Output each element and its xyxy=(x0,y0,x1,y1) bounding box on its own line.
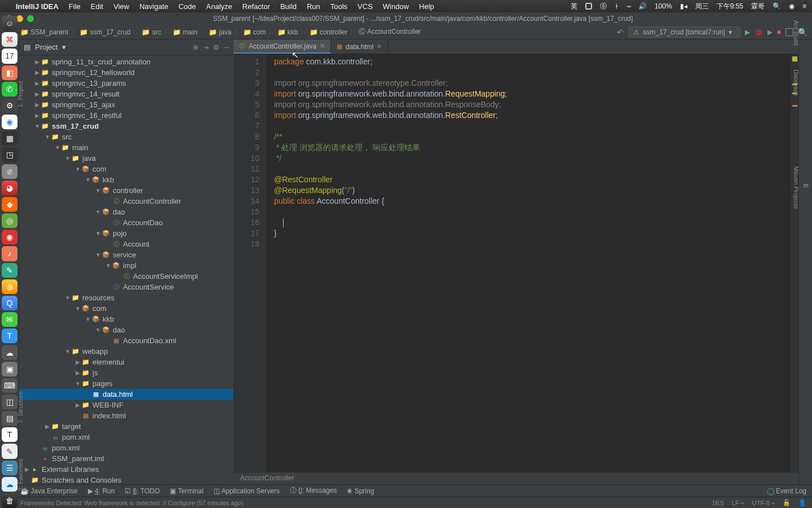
tree-row[interactable]: mpom.xml xyxy=(19,432,233,443)
tool-tab-run[interactable]: ▶ 4: Run xyxy=(88,487,115,495)
volume-icon[interactable]: 🔊 xyxy=(638,2,647,10)
tab-accountcontroller[interactable]: Ⓒ AccountController.java ✕ xyxy=(233,40,331,54)
crumb[interactable]: 📁 ssm_17_crud xyxy=(80,28,130,36)
collapse-icon[interactable]: ⇥ xyxy=(203,43,209,51)
tree-row[interactable]: ▶📁target xyxy=(19,421,233,432)
window-close-button[interactable] xyxy=(6,15,12,22)
run-config-selector[interactable]: ⚠ ssm_17_crud [tomcat7:run] ▾ xyxy=(628,27,740,38)
tree-row[interactable]: ▼📦impl xyxy=(19,260,233,271)
tree-row[interactable]: ▶📁springmvc_12_helloworld xyxy=(19,67,233,78)
tree-row[interactable]: ▶📁springmvc_15_ajax xyxy=(19,99,233,110)
notifications-icon[interactable]: ≡ xyxy=(802,2,806,10)
tree-row[interactable]: 📁Scratches and Consoles xyxy=(19,475,233,484)
crumb[interactable]: 📁 kkb xyxy=(277,28,298,36)
tool-structure[interactable]: 7: Structure xyxy=(17,391,24,423)
tree-row[interactable]: ▼📁src xyxy=(19,132,233,142)
tree-row[interactable]: ▶📁springmvc_16_restful xyxy=(19,110,233,121)
tool-database[interactable]: Database xyxy=(793,69,800,96)
crumb[interactable]: 📁 main xyxy=(173,28,197,36)
layout-button[interactable] xyxy=(785,28,793,36)
menu-build[interactable]: Build xyxy=(280,2,297,11)
tool-favorites[interactable]: 2: Favorites xyxy=(17,459,24,491)
event-log-button[interactable]: ◯ Event Log xyxy=(767,487,806,495)
menu-navigate[interactable]: Navigate xyxy=(139,2,168,11)
tab-datahtml[interactable]: ▦ data.html ✕ xyxy=(331,40,388,54)
encoding[interactable]: UTF-8 ÷ xyxy=(752,500,775,506)
window-minimize-button[interactable] xyxy=(16,15,23,22)
inspector-icon[interactable]: 👤 xyxy=(798,499,806,506)
tree-row[interactable]: ▶📁WEB-INF xyxy=(19,400,233,410)
tree-row[interactable]: ⒾAccountDao xyxy=(19,217,233,228)
tree-row[interactable]: ⒾAccountService xyxy=(19,282,233,292)
crumb[interactable]: 📁 src xyxy=(142,28,161,36)
back-icon[interactable]: ↶ xyxy=(617,28,624,37)
tree-row[interactable]: ▼📁ssm_17_crud xyxy=(19,121,233,132)
siri-icon[interactable]: ◉ xyxy=(789,2,795,10)
tool-tab-appservers[interactable]: ◫ Application Servers xyxy=(214,487,280,495)
menu-run[interactable]: Run xyxy=(307,2,320,11)
menu-file[interactable]: File xyxy=(69,2,81,11)
run-button[interactable]: ▶ xyxy=(745,28,750,36)
tool-tab-spring[interactable]: ❀ Spring xyxy=(347,487,374,495)
tool-tab[interactable]: ☕ Java Enterprise xyxy=(20,487,78,495)
analysis-status-icon[interactable] xyxy=(792,56,797,62)
project-view-icon[interactable]: ▤ xyxy=(24,43,30,51)
tree-row[interactable]: ⒸAccountController xyxy=(19,196,233,207)
menu-vcs[interactable]: VCS xyxy=(358,2,373,11)
tree-row[interactable]: ▦AccountDao.xml xyxy=(19,335,233,346)
user-text[interactable]: 霖哥 xyxy=(751,2,765,11)
tree-row[interactable]: ▼📦dao xyxy=(19,325,233,335)
skype-icon[interactable]: ⓢ xyxy=(600,2,607,11)
menu-code[interactable]: Code xyxy=(178,2,196,11)
tree-row[interactable]: ⒸAccountServiceImpl xyxy=(19,271,233,282)
debug-button[interactable]: 🐞 xyxy=(754,28,763,36)
status-message[interactable]: Frameworks Detected: Web framework is de… xyxy=(20,500,243,506)
locate-icon[interactable]: ⊕ xyxy=(193,43,198,51)
coverage-button[interactable]: ▶ xyxy=(767,28,773,36)
tree-row[interactable]: ▼📁pages xyxy=(19,378,233,389)
menu-edit[interactable]: Edit xyxy=(91,2,103,11)
project-title[interactable]: Project xyxy=(35,43,58,51)
stop-button[interactable]: ■ xyxy=(777,28,781,36)
tool-maven[interactable]: Maven Projects xyxy=(793,166,800,209)
tree-row[interactable]: ▼📁java xyxy=(19,153,233,164)
tree-row[interactable]: ▦data.html xyxy=(19,389,233,400)
error-stripe[interactable] xyxy=(791,54,798,472)
tree-row[interactable]: ▶▸External Libraries xyxy=(19,464,233,475)
menubar-app-name[interactable]: IntelliJ IDEA xyxy=(16,2,59,11)
bluetooth-icon[interactable]: ᚼ xyxy=(615,2,619,10)
spotlight-icon[interactable]: 🔍 xyxy=(773,2,781,10)
tree-row[interactable]: ▶📁elementui xyxy=(19,357,233,367)
tree-row[interactable]: ▼📦service xyxy=(19,249,233,260)
wifi-icon[interactable]: ◦◦◦ xyxy=(626,2,630,10)
project-tree[interactable]: ▶📁spring_11_tx_crud_annotation▶📁springmv… xyxy=(19,55,233,484)
menu-tools[interactable]: Tools xyxy=(330,2,347,11)
grid-icon[interactable] xyxy=(585,3,592,10)
warning-mark[interactable] xyxy=(792,105,797,107)
chevron-down-icon[interactable]: ▾ xyxy=(62,43,66,51)
tree-row[interactable]: ▼📦kkb xyxy=(19,174,233,185)
menu-analyze[interactable]: Analyze xyxy=(206,2,232,11)
tree-row[interactable]: ▼📦dao xyxy=(19,207,233,217)
tree-row[interactable]: ▼📦controller xyxy=(19,185,233,196)
crumb[interactable]: 📁 java xyxy=(209,28,231,36)
tree-row[interactable]: mpom.xml xyxy=(19,443,233,453)
tool-tab-todo[interactable]: ☑ 6: TODO xyxy=(125,487,160,495)
crumb[interactable]: Ⓒ AccountController xyxy=(359,27,421,37)
tree-row[interactable]: ▼📦kkb xyxy=(19,314,233,325)
tool-ant[interactable]: Ant Build xyxy=(793,20,800,45)
menu-window[interactable]: Window xyxy=(383,2,409,11)
caret-position[interactable]: 16:5 xyxy=(712,500,723,506)
close-tab-icon[interactable]: ✕ xyxy=(320,42,325,50)
crumb[interactable]: 📁 controller xyxy=(310,28,348,36)
tree-row[interactable]: ▼📦pojo xyxy=(19,228,233,239)
tree-row[interactable]: ▶📁springmvc_13_params xyxy=(19,78,233,89)
tree-row[interactable]: ▼📦com xyxy=(19,303,233,314)
tree-row[interactable]: ▶📁springmvc_14_result xyxy=(19,89,233,99)
input-icon[interactable]: 英 xyxy=(571,2,577,11)
tool-tab-terminal[interactable]: ▣ Terminal xyxy=(170,487,203,495)
tree-row[interactable]: ▶📁js xyxy=(19,367,233,378)
tree-row[interactable]: ▼📁main xyxy=(19,142,233,153)
close-tab-icon[interactable]: ✕ xyxy=(377,43,382,50)
tree-row[interactable]: ▶📁spring_11_tx_crud_annotation xyxy=(19,56,233,67)
